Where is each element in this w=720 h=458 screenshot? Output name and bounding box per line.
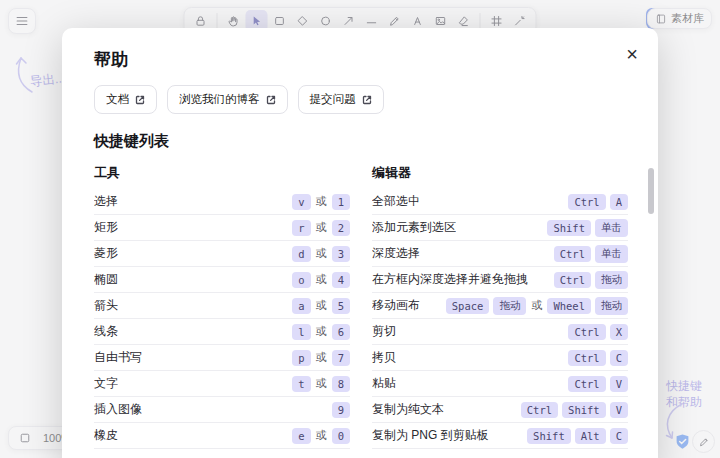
key-chip: 3 bbox=[332, 246, 350, 262]
shortcut-keys: Ctrl单击 bbox=[554, 245, 628, 263]
key-chip: t bbox=[292, 376, 310, 392]
key-chip: Ctrl bbox=[554, 272, 591, 288]
shortcut-keys: e或0 bbox=[292, 428, 350, 444]
shortcut-label: 粘贴 bbox=[372, 375, 396, 392]
shortcut-keys: d或3 bbox=[292, 246, 350, 262]
key-chip: V bbox=[610, 402, 628, 418]
key-chip: o bbox=[292, 272, 310, 288]
or-separator: 或 bbox=[316, 272, 327, 287]
shortcut-keys: Shift单击 bbox=[547, 219, 628, 237]
shortcut-row: 深度选择Ctrl单击 bbox=[372, 241, 628, 267]
shortcut-row: 选择v或1 bbox=[94, 189, 350, 215]
key-chip: Space bbox=[446, 298, 490, 314]
help-link-button[interactable]: 浏览我们的博客 bbox=[167, 85, 288, 114]
key-chip: Ctrl bbox=[568, 324, 605, 340]
shortcut-keys: Ctrl拖动 bbox=[554, 271, 628, 289]
shortcut-row: 在方框内深度选择并避免拖拽Ctrl拖动 bbox=[372, 267, 628, 293]
or-separator: 或 bbox=[316, 324, 327, 339]
or-separator: 或 bbox=[316, 428, 327, 443]
shortcut-keys: 9 bbox=[332, 402, 350, 418]
key-chip: Shift bbox=[562, 402, 606, 418]
shortcut-label: 箭头 bbox=[94, 297, 118, 314]
key-chip: r bbox=[292, 220, 310, 236]
shortcut-row: 矩形r或2 bbox=[94, 215, 350, 241]
key-chip: 1 bbox=[332, 194, 350, 210]
help-dialog: 帮助 × 文档浏览我们的博客提交问题 快捷键列表 工具选择v或1矩形r或2菱形d… bbox=[62, 28, 658, 458]
shortcut-row: 菱形d或3 bbox=[94, 241, 350, 267]
shortcut-keys: l或6 bbox=[292, 324, 350, 340]
key-chip: Ctrl bbox=[554, 246, 591, 262]
shortcut-row: 粘贴CtrlV bbox=[372, 371, 628, 397]
help-link-label: 浏览我们的博客 bbox=[179, 92, 260, 107]
shortcut-row: 箭头a或5 bbox=[94, 293, 350, 319]
or-separator: 或 bbox=[316, 194, 327, 209]
shortcut-label: 选择 bbox=[94, 193, 118, 210]
help-link-button[interactable]: 文档 bbox=[94, 85, 157, 114]
shortcut-label: 橡皮 bbox=[94, 427, 118, 444]
shortcut-label: 矩形 bbox=[94, 219, 118, 236]
shortcut-label: 文字 bbox=[94, 375, 118, 392]
key-chip: Ctrl bbox=[568, 194, 605, 210]
shortcut-label: 全部选中 bbox=[372, 193, 420, 210]
key-chip: V bbox=[610, 376, 628, 392]
key-chip: Ctrl bbox=[568, 350, 605, 366]
key-chip: X bbox=[610, 324, 628, 340]
key-chip: 拖动 bbox=[595, 297, 628, 315]
key-chip: 4 bbox=[332, 272, 350, 288]
column-title: 编辑器 bbox=[372, 159, 628, 189]
or-separator: 或 bbox=[316, 350, 327, 365]
shortcut-label: 在方框内深度选择并避免拖拽 bbox=[372, 271, 528, 288]
key-chip: 0 bbox=[332, 428, 350, 444]
shortcut-label: 添加元素到选区 bbox=[372, 219, 456, 236]
key-chip: C bbox=[610, 350, 628, 366]
help-link-button[interactable]: 提交问题 bbox=[298, 85, 384, 114]
key-chip: 8 bbox=[332, 376, 350, 392]
column-title: 工具 bbox=[94, 159, 350, 189]
key-chip: 拖动 bbox=[595, 271, 628, 289]
key-chip: 拖动 bbox=[493, 297, 526, 315]
dialog-scrollbar[interactable] bbox=[648, 168, 654, 214]
dialog-title: 帮助 bbox=[94, 48, 628, 71]
shortcut-keys: a或5 bbox=[292, 298, 350, 314]
help-link-label: 文档 bbox=[106, 92, 129, 107]
external-link-icon bbox=[266, 95, 276, 105]
key-chip: 6 bbox=[332, 324, 350, 340]
key-chip: v bbox=[292, 194, 310, 210]
key-chip: C bbox=[610, 428, 628, 444]
shortcut-columns: 工具选择v或1矩形r或2菱形d或3椭圆o或4箭头a或5线条l或6自由书写p或7文… bbox=[94, 159, 628, 449]
shortcut-column: 编辑器全部选中CtrlA添加元素到选区Shift单击深度选择Ctrl单击在方框内… bbox=[372, 159, 628, 449]
key-chip: A bbox=[610, 194, 628, 210]
or-separator: 或 bbox=[316, 298, 327, 313]
or-separator: 或 bbox=[531, 298, 542, 313]
external-link-icon bbox=[135, 95, 145, 105]
shortcut-keys: t或8 bbox=[292, 376, 350, 392]
shortcut-keys: CtrlC bbox=[568, 350, 628, 366]
key-chip: e bbox=[292, 428, 310, 444]
shortcut-row: 剪切CtrlX bbox=[372, 319, 628, 345]
shortcut-keys: ShiftAltC bbox=[527, 428, 628, 444]
shortcuts-section-title: 快捷键列表 bbox=[94, 132, 628, 151]
shortcut-row: 复制为 PNG 到剪贴板ShiftAltC bbox=[372, 423, 628, 449]
shortcut-row: 线条l或6 bbox=[94, 319, 350, 345]
close-button[interactable]: × bbox=[622, 40, 642, 68]
key-chip: Shift bbox=[527, 428, 571, 444]
key-chip: Ctrl bbox=[568, 376, 605, 392]
shortcut-keys: Space拖动或Wheel拖动 bbox=[446, 297, 628, 315]
key-chip: 单击 bbox=[595, 245, 628, 263]
shortcut-row: 自由书写p或7 bbox=[94, 345, 350, 371]
key-chip: 9 bbox=[332, 402, 350, 418]
key-chip: 7 bbox=[332, 350, 350, 366]
shortcut-keys: p或7 bbox=[292, 350, 350, 366]
shortcut-label: 菱形 bbox=[94, 245, 118, 262]
key-chip: Ctrl bbox=[521, 402, 558, 418]
shortcut-label: 深度选择 bbox=[372, 245, 420, 262]
shortcut-row: 移动画布Space拖动或Wheel拖动 bbox=[372, 293, 628, 319]
shortcut-label: 自由书写 bbox=[94, 349, 142, 366]
shortcut-row: 橡皮e或0 bbox=[94, 423, 350, 449]
shortcut-label: 椭圆 bbox=[94, 271, 118, 288]
shortcut-keys: CtrlV bbox=[568, 376, 628, 392]
shortcut-row: 拷贝CtrlC bbox=[372, 345, 628, 371]
or-separator: 或 bbox=[316, 220, 327, 235]
key-chip: 5 bbox=[332, 298, 350, 314]
key-chip: 单击 bbox=[595, 219, 628, 237]
